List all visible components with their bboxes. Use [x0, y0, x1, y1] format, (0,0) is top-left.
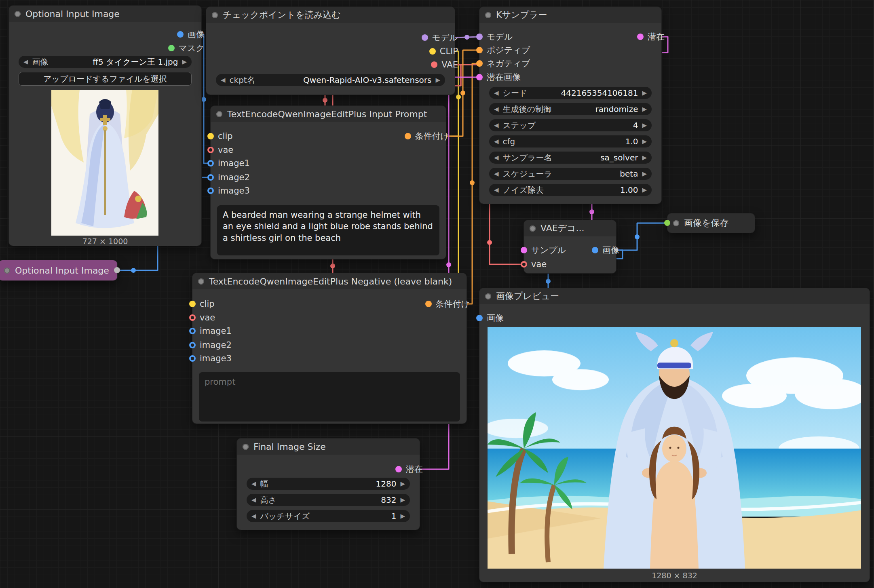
latent-output-port[interactable]: 潜在 — [637, 31, 665, 42]
image-file-widget[interactable]: ◀ 画像 ff5 タイクーン王 1.jpg ▶ — [19, 56, 192, 68]
decrement-arrow-icon[interactable]: ◀ — [494, 138, 499, 145]
latent-output-port[interactable]: 潜在 — [395, 464, 423, 475]
decrement-arrow-icon[interactable]: ◀ — [494, 154, 499, 161]
decrement-arrow-icon[interactable]: ◀ — [221, 76, 226, 84]
mask-output-dot[interactable] — [168, 45, 175, 51]
decrement-arrow-icon[interactable]: ◀ — [494, 122, 499, 129]
latent-image-input-dot[interactable] — [476, 74, 483, 80]
decrement-arrow-icon[interactable]: ◀ — [494, 170, 499, 177]
clip-input-dot[interactable] — [189, 301, 196, 307]
negative-input-dot[interactable] — [476, 60, 483, 67]
denoise-widget[interactable]: ◀ ノイズ除去 1.00 ▶ — [489, 184, 652, 196]
node-title-bar[interactable]: VAEデコ... — [524, 220, 616, 236]
node-load-checkpoint[interactable]: チェックポイントを読み込む モデル CLIP VAE ◀ ckpt名 Qwen-… — [206, 7, 455, 95]
vae-input-dot[interactable] — [207, 147, 214, 153]
image2-input-port[interactable]: image2 — [189, 340, 232, 350]
node-title-bar[interactable]: TextEncodeQwenImageEditPlus Input Prompt — [211, 106, 446, 122]
image-output-port[interactable]: 画像 — [177, 29, 205, 40]
image3-input-dot[interactable] — [189, 355, 196, 362]
node-optional-input-image-collapsed[interactable]: Optional Input Image — [0, 260, 117, 280]
height-widget[interactable]: ◀ 高さ 832 ▶ — [247, 494, 410, 506]
collapse-toggle-icon[interactable] — [216, 111, 222, 117]
vae-input-port[interactable]: vae — [521, 259, 547, 269]
node-save-image-collapsed[interactable]: 画像を保存 — [667, 213, 755, 233]
ckpt-name-widget[interactable]: ◀ ckpt名 Qwen-Rapid-AIO-v3.safetensors ▶ — [216, 74, 445, 86]
decrement-arrow-icon[interactable]: ◀ — [251, 480, 256, 487]
clip-output-port[interactable]: CLIP — [429, 46, 458, 56]
vae-output-dot[interactable] — [431, 61, 437, 68]
save-input-dot[interactable] — [664, 220, 670, 226]
increment-arrow-icon[interactable]: ▶ — [400, 496, 405, 504]
sampler-name-widget[interactable]: ◀ サンプラー名 sa_solver ▶ — [489, 152, 652, 164]
image2-input-port[interactable]: image2 — [207, 173, 250, 182]
image3-input-port[interactable]: image3 — [207, 186, 250, 196]
increment-arrow-icon[interactable]: ▶ — [400, 512, 405, 520]
node-title-bar[interactable]: TextEncodeQwenImageEditPlus Negative (le… — [192, 273, 467, 289]
vae-input-dot[interactable] — [521, 261, 527, 268]
increment-arrow-icon[interactable]: ▶ — [642, 186, 647, 194]
collapse-toggle-icon[interactable] — [15, 11, 21, 17]
control-after-generate-widget[interactable]: ◀ 生成後の制御 randomize ▶ — [489, 103, 652, 115]
collapse-toggle-icon[interactable] — [243, 444, 249, 450]
node-title-bar[interactable]: Kサンプラー — [479, 7, 661, 23]
decrement-arrow-icon[interactable]: ◀ — [23, 58, 28, 65]
decrement-arrow-icon[interactable]: ◀ — [251, 496, 256, 504]
node-title-bar[interactable]: チェックポイントを読み込む — [206, 7, 455, 23]
decrement-arrow-icon[interactable]: ◀ — [494, 186, 499, 194]
negative-input-port[interactable]: ネガティブ — [476, 58, 530, 69]
increment-arrow-icon[interactable]: ▶ — [642, 170, 647, 177]
clip-input-port[interactable]: clip — [189, 299, 215, 309]
vae-input-dot[interactable] — [189, 314, 196, 321]
collapse-toggle-icon[interactable] — [198, 278, 204, 285]
positive-input-dot[interactable] — [476, 47, 483, 53]
image3-input-port[interactable]: image3 — [189, 354, 232, 363]
image-output-dot[interactable] — [592, 247, 598, 253]
image1-input-dot[interactable] — [207, 160, 214, 166]
image-input-port[interactable]: 画像 — [476, 312, 504, 324]
increment-arrow-icon[interactable]: ▶ — [435, 76, 440, 84]
model-input-dot[interactable] — [476, 34, 483, 40]
vae-input-port[interactable]: vae — [207, 145, 233, 155]
decrement-arrow-icon[interactable]: ◀ — [494, 89, 499, 97]
collapsed-output-dot[interactable] — [114, 267, 120, 273]
node-vae-decode[interactable]: VAEデコ... サンプル vae 画像 — [524, 220, 616, 273]
positive-input-port[interactable]: ポジティブ — [476, 44, 530, 56]
scheduler-widget[interactable]: ◀ スケジューラ beta ▶ — [489, 168, 652, 180]
image1-input-port[interactable]: image1 — [207, 158, 250, 168]
decrement-arrow-icon[interactable]: ◀ — [494, 105, 499, 113]
increment-arrow-icon[interactable]: ▶ — [642, 154, 647, 161]
conditioning-output-dot[interactable] — [405, 133, 411, 139]
node-text-encode-negative[interactable]: TextEncodeQwenImageEditPlus Negative (le… — [192, 273, 467, 424]
image2-input-dot[interactable] — [207, 174, 214, 181]
collapse-toggle-icon[interactable] — [485, 293, 491, 299]
node-title-bar[interactable]: Final Image Size — [237, 438, 420, 455]
prompt-textarea[interactable]: A bearded man wearing a strange helmet w… — [217, 205, 439, 255]
steps-widget[interactable]: ◀ ステップ 4 ▶ — [489, 119, 652, 131]
collapse-toggle-icon[interactable] — [4, 268, 10, 274]
mask-output-port[interactable]: マスク — [168, 42, 205, 54]
node-optional-input-image[interactable]: Optional Input Image 画像 マスク ◀ 画像 ff5 タイク… — [9, 6, 201, 246]
image-input-dot[interactable] — [476, 315, 483, 321]
clip-output-dot[interactable] — [429, 48, 436, 55]
upload-file-button[interactable]: アップロードするファイルを選択 — [19, 72, 192, 86]
model-output-dot[interactable] — [422, 34, 428, 41]
conditioning-output-port[interactable]: 条件付け — [405, 131, 450, 142]
node-ksampler[interactable]: Kサンプラー モデル ポジティブ ネガティブ 潜在画像 潜在 ◀ シード 442… — [479, 7, 661, 204]
cfg-widget[interactable]: ◀ cfg 1.0 ▶ — [489, 135, 652, 148]
batch-size-widget[interactable]: ◀ バッチサイズ 1 ▶ — [247, 510, 410, 522]
conditioning-output-dot[interactable] — [425, 301, 432, 307]
image3-input-dot[interactable] — [207, 188, 214, 194]
vae-output-port[interactable]: VAE — [431, 60, 458, 70]
collapse-toggle-icon[interactable] — [485, 12, 491, 18]
width-widget[interactable]: ◀ 幅 1280 ▶ — [247, 478, 410, 490]
image2-input-dot[interactable] — [189, 342, 196, 348]
collapse-toggle-icon[interactable] — [530, 226, 536, 232]
node-title-bar[interactable]: Optional Input Image — [9, 6, 201, 22]
latent-output-dot[interactable] — [637, 34, 644, 40]
samples-input-port[interactable]: サンプル — [521, 244, 566, 256]
increment-arrow-icon[interactable]: ▶ — [642, 89, 647, 97]
node-final-image-size[interactable]: Final Image Size 潜在 ◀ 幅 1280 ▶ ◀ 高さ 832 … — [237, 438, 420, 530]
increment-arrow-icon[interactable]: ▶ — [400, 480, 405, 487]
image1-input-port[interactable]: image1 — [189, 326, 232, 336]
negative-prompt-textarea[interactable]: prompt — [199, 372, 460, 422]
